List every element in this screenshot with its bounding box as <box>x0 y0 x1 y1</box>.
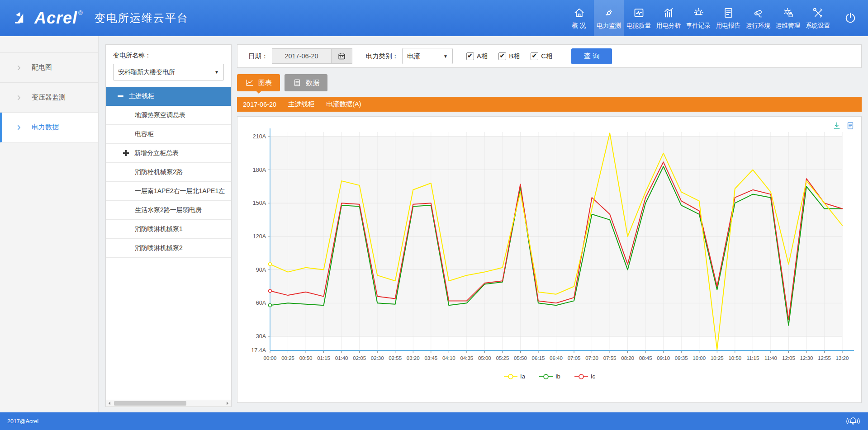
svg-text:06:40: 06:40 <box>550 355 563 361</box>
nav-item-label: 概 况 <box>572 22 586 30</box>
expand-plus-icon[interactable] <box>123 150 129 156</box>
svg-text:08:20: 08:20 <box>621 355 634 361</box>
plug-icon <box>603 7 615 19</box>
tree-item-label: 一层南1APE2右一层北1APE1左 <box>135 187 225 195</box>
legend-label: Ia <box>520 373 525 380</box>
nav-item-om-management[interactable]: 运维管理 <box>773 0 803 36</box>
download-chart-button[interactable] <box>832 121 841 130</box>
tree-horizontal-scrollbar[interactable] <box>106 400 231 406</box>
legend-label: Ic <box>591 373 595 380</box>
nav-item-power-monitoring[interactable]: 电力监测 <box>594 0 624 36</box>
svg-text:08:45: 08:45 <box>639 355 652 361</box>
tree-item-2[interactable]: 电容柜 <box>106 125 231 144</box>
date-input[interactable]: 2017-06-20 <box>272 48 332 64</box>
alarm-bell-button[interactable] <box>845 415 861 428</box>
scroll-left-arrow[interactable] <box>106 400 113 406</box>
top-navbar: Acrel ® 变电所运维云平台 概 况电力监测电能质量用电分析事件记录用电报告… <box>0 0 868 36</box>
nav-item-label: 电能质量 <box>626 22 651 30</box>
checkbox-checked-icon[interactable] <box>531 52 538 60</box>
tree-item-label: 主进线柜 <box>129 92 154 100</box>
nav-item-power-report[interactable]: 用电报告 <box>713 0 743 36</box>
phase-checkbox-A相[interactable]: A相 <box>466 52 488 61</box>
nav-item-power-quality[interactable]: 电能质量 <box>624 0 654 36</box>
nav-item-label: 用电分析 <box>656 22 681 30</box>
query-toolbar: 日期： 2017-06-20 电力类别： 电流 ▼ A相B相C相 查 询 <box>237 44 862 68</box>
tree-item-6[interactable]: 生活水泵2路一层弱电房 <box>106 201 231 220</box>
power-type-select[interactable]: 电流 ▼ <box>402 48 453 64</box>
scroll-right-arrow[interactable] <box>224 400 231 406</box>
svg-text:02:55: 02:55 <box>389 355 402 361</box>
svg-text:02:05: 02:05 <box>353 355 366 361</box>
chart-card: 30A60A90A120A150A180A210A17.4A00:0000:25… <box>237 116 862 403</box>
checkbox-checked-icon[interactable] <box>498 52 506 60</box>
sidebar-item-power-data[interactable]: 电力数据 <box>0 113 98 142</box>
query-button[interactable]: 查 询 <box>571 48 612 64</box>
chevron-right-icon <box>15 124 23 131</box>
tree-item-4[interactable]: 消防栓机械泵2路 <box>106 163 231 182</box>
tree-item-7[interactable]: 消防喷淋机械泵1 <box>106 220 231 239</box>
tools-icon <box>812 7 824 19</box>
nav-item-label: 系统设置 <box>806 22 830 30</box>
substation-select[interactable]: 安科瑞新大楼变电所 ▼ <box>113 64 224 80</box>
sidebar-item-label: 配电图 <box>32 63 52 72</box>
calendar-button[interactable] <box>332 48 352 64</box>
tree-item-label: 生活水泵2路一层弱电房 <box>135 206 202 214</box>
data-table-icon <box>293 78 302 87</box>
svg-text:00:25: 00:25 <box>281 355 294 361</box>
banner-date: 2017-06-20 <box>243 101 276 108</box>
checkbox-checked-icon[interactable] <box>466 52 474 60</box>
tree-item-label: 新增分立柜总表 <box>134 149 179 157</box>
svg-text:03:20: 03:20 <box>407 355 420 361</box>
power-icon <box>844 11 857 25</box>
legend-marker-icon <box>503 373 518 380</box>
main-layout: 配电图变压器监测电力数据 变电所名称： 安科瑞新大楼变电所 ▼ 主进线柜地源热泵… <box>0 36 868 412</box>
download-icon <box>832 121 841 130</box>
footer: 2017@Acrel <box>0 412 868 430</box>
phase-label: B相 <box>509 52 520 61</box>
date-label: 日期： <box>248 52 268 61</box>
tree-item-0[interactable]: 主进线柜 <box>106 87 231 106</box>
phase-checkbox-C相[interactable]: C相 <box>531 52 552 61</box>
svg-text:07:30: 07:30 <box>585 355 598 361</box>
sidebar-item-distribution-diagram[interactable]: 配电图 <box>0 53 98 83</box>
sidebar-item-transformer-monitoring[interactable]: 变压器监测 <box>0 83 98 113</box>
collapse-minus-icon[interactable] <box>118 93 123 99</box>
svg-text:11:40: 11:40 <box>764 355 777 361</box>
nav-item-overview[interactable]: 概 况 <box>564 0 594 36</box>
nav-item-operating-environment[interactable]: 运行环境 <box>743 0 773 36</box>
logout-button[interactable] <box>833 0 868 36</box>
power-type-label: 电力类别： <box>366 52 399 61</box>
phase-label: A相 <box>477 52 488 61</box>
sidebar-item-label: 电力数据 <box>32 123 59 132</box>
nav-item-event-records[interactable]: 事件记录 <box>683 0 713 36</box>
acrel-logo-icon <box>13 9 31 27</box>
phase-checkbox-B相[interactable]: B相 <box>498 52 520 61</box>
tab-data[interactable]: 数据 <box>285 74 327 91</box>
tree-item-5[interactable]: 一层南1APE2右一层北1APE1左 <box>106 182 231 201</box>
tree-item-1[interactable]: 地源热泵空调总表 <box>106 106 231 125</box>
svg-text:05:25: 05:25 <box>496 355 509 361</box>
nav-item-label: 用电报告 <box>716 22 740 30</box>
svg-text:02:30: 02:30 <box>371 355 384 361</box>
legend-item-Ic[interactable]: Ic <box>574 373 595 380</box>
svg-text:210A: 210A <box>253 133 266 140</box>
svg-text:01:15: 01:15 <box>317 355 330 361</box>
svg-text:60A: 60A <box>256 300 266 306</box>
scrollbar-thumb[interactable] <box>114 401 186 406</box>
view-tabs: 图表 数据 <box>237 74 862 91</box>
legend-item-Ia[interactable]: Ia <box>503 373 525 380</box>
tree-item-3[interactable]: 新增分立柜总表 <box>106 144 231 163</box>
svg-text:06:15: 06:15 <box>532 355 545 361</box>
legend-item-Ib[interactable]: Ib <box>539 373 560 380</box>
report-icon <box>722 7 735 19</box>
svg-text:120A: 120A <box>253 233 266 240</box>
nav-item-consumption-analysis[interactable]: 用电分析 <box>654 0 683 36</box>
tab-chart[interactable]: 图表 <box>237 74 280 91</box>
svg-text:09:10: 09:10 <box>657 355 670 361</box>
tree-item-8[interactable]: 消防喷淋机械泵2 <box>106 239 231 258</box>
svg-text:01:40: 01:40 <box>335 355 348 361</box>
nav-item-system-settings[interactable]: 系统设置 <box>803 0 833 36</box>
svg-text:11:15: 11:15 <box>746 355 759 361</box>
data-view-button[interactable] <box>846 121 855 130</box>
svg-text:05:50: 05:50 <box>514 355 527 361</box>
